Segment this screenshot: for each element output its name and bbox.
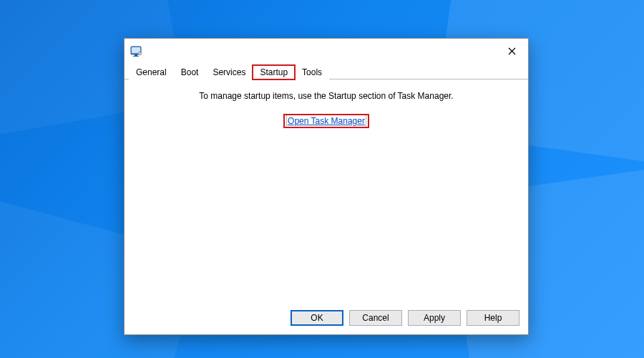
svg-rect-2 bbox=[135, 54, 137, 56]
tab-tools[interactable]: Tools bbox=[295, 65, 329, 79]
open-task-manager-link[interactable]: Open Task Manager bbox=[288, 116, 365, 126]
msconfig-icon bbox=[130, 44, 143, 57]
tab-startup[interactable]: Startup bbox=[253, 65, 295, 79]
startup-tab-content: To manage startup items, use the Startup… bbox=[125, 79, 528, 303]
msconfig-window: General Boot Services Startup Tools To m… bbox=[124, 38, 529, 335]
open-task-manager-link-highlight: Open Task Manager bbox=[285, 115, 368, 127]
startup-info-text: To manage startup items, use the Startup… bbox=[132, 91, 521, 101]
tab-boot[interactable]: Boot bbox=[174, 65, 206, 79]
tab-services[interactable]: Services bbox=[205, 65, 253, 79]
dialog-button-row: OK Cancel Apply Help bbox=[125, 303, 528, 334]
help-button[interactable]: Help bbox=[467, 310, 519, 326]
apply-button[interactable]: Apply bbox=[408, 310, 461, 326]
title-left bbox=[130, 44, 147, 57]
close-button[interactable] bbox=[497, 41, 527, 61]
svg-rect-3 bbox=[133, 56, 139, 57]
desktop-wallpaper: General Boot Services Startup Tools To m… bbox=[0, 0, 644, 358]
tab-strip: General Boot Services Startup Tools bbox=[125, 63, 528, 79]
ok-button[interactable]: OK bbox=[291, 310, 343, 326]
tab-general[interactable]: General bbox=[129, 65, 174, 79]
cancel-button[interactable]: Cancel bbox=[349, 310, 402, 326]
titlebar[interactable] bbox=[125, 39, 528, 63]
